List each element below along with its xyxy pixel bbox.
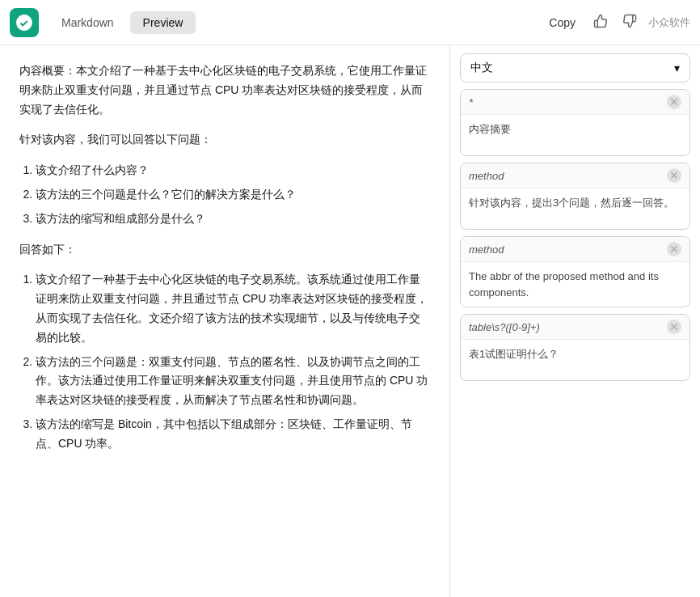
field-clear-2[interactable]: ✕ xyxy=(667,168,681,183)
thumbdown-button[interactable] xyxy=(619,11,640,35)
list-item: 该方法的缩写是 Bitcoin，其中包括以下组成部分：区块链、工作量证明、节点、… xyxy=(36,415,430,454)
left-panel: 内容概要：本文介绍了一种基于去中心化区块链的电子交易系统，它使用工作量证明来防止… xyxy=(0,45,449,597)
field-clear-3[interactable]: ✕ xyxy=(667,242,681,256)
field-header-4: table\s?([0-9]+) ✕ xyxy=(461,315,689,340)
field-content-4[interactable]: 表1试图证明什么？ xyxy=(461,340,689,380)
header: Markdown Preview Copy 小众软件 xyxy=(0,0,700,45)
field-item-3: method ✕ The abbr of the proposed method… xyxy=(460,236,690,307)
main-content: 内容概要：本文介绍了一种基于去中心化区块链的电子交易系统，它使用工作量证明来防止… xyxy=(0,45,700,597)
field-label-3: method xyxy=(469,243,504,256)
tab-preview[interactable]: Preview xyxy=(130,11,196,34)
field-content-2[interactable]: 针对该内容，提出3个问题，然后逐一回答。 xyxy=(461,188,689,229)
list-item: 该方法的三个问题是什么？它们的解决方案是什么？ xyxy=(36,185,430,205)
questions-list: 该文介绍了什么内容？ 该方法的三个问题是什么？它们的解决方案是什么？ 该方法的缩… xyxy=(19,161,430,228)
field-header-3: method ✕ xyxy=(461,237,689,262)
answers-list: 该文介绍了一种基于去中心化区块链的电子交易系统。该系统通过使用工作量证明来防止双… xyxy=(19,270,430,453)
summary-paragraph: 内容概要：本文介绍了一种基于去中心化区块链的电子交易系统，它使用工作量证明来防止… xyxy=(19,61,430,119)
list-item: 该文介绍了一种基于去中心化区块链的电子交易系统。该系统通过使用工作量证明来防止双… xyxy=(36,270,430,347)
field-header-1: * ✕ xyxy=(461,90,689,115)
chevron-down-icon: ▾ xyxy=(674,61,680,74)
field-item-4: table\s?([0-9]+) ✕ 表1试图证明什么？ xyxy=(460,314,690,381)
field-header-2: method ✕ xyxy=(461,163,689,188)
field-label-1: * xyxy=(469,96,473,108)
field-label-4: table\s?([0-9]+) xyxy=(469,321,540,333)
language-dropdown[interactable]: 中文 ▾ xyxy=(460,53,690,83)
field-item-1: * ✕ 内容摘要 xyxy=(460,89,690,156)
field-clear-4[interactable]: ✕ xyxy=(667,320,681,334)
dropdown-selected: 中文 xyxy=(470,61,493,75)
list-item: 该方法的三个问题是：双重支付问题、节点的匿名性、以及协调节点之间的工作。该方法通… xyxy=(36,353,430,410)
tab-markdown[interactable]: Markdown xyxy=(48,11,127,34)
field-label-2: method xyxy=(469,170,504,182)
field-content-3[interactable]: The abbr of the proposed method and its … xyxy=(461,262,689,307)
questions-intro: 针对该内容，我们可以回答以下问题： xyxy=(19,130,430,150)
field-content-1[interactable]: 内容摘要 xyxy=(461,115,689,155)
list-item: 该方法的缩写和组成部分是什么？ xyxy=(36,210,430,229)
field-clear-1[interactable]: ✕ xyxy=(667,95,681,109)
header-right: Copy 小众软件 xyxy=(542,11,690,35)
app-logo xyxy=(10,8,39,37)
brand-label: 小众软件 xyxy=(648,15,690,30)
field-item-2: method ✕ 针对该内容，提出3个问题，然后逐一回答。 xyxy=(460,163,690,230)
copy-button[interactable]: Copy xyxy=(542,13,582,32)
thumbup-button[interactable] xyxy=(590,11,611,35)
answers-intro: 回答如下： xyxy=(19,240,430,260)
list-item: 该文介绍了什么内容？ xyxy=(36,161,430,180)
tab-group: Markdown Preview xyxy=(48,11,196,34)
right-panel: 中文 ▾ * ✕ 内容摘要 method ✕ 针对该内容，提出3个问题，然后逐一… xyxy=(449,45,700,597)
